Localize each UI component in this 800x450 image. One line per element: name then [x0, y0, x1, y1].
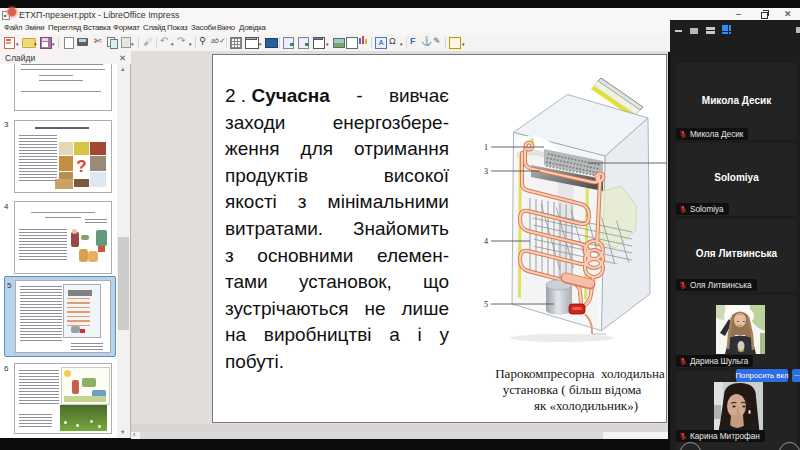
- svg-text:1: 1: [484, 143, 488, 152]
- svg-text:5: 5: [484, 300, 488, 309]
- svg-text:3: 3: [484, 167, 488, 176]
- svg-text:4: 4: [484, 237, 488, 246]
